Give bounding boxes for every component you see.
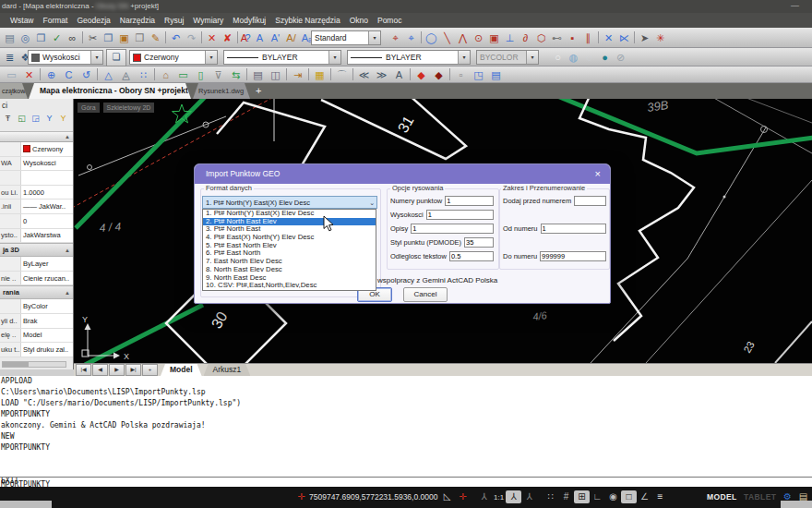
command-line-panel[interactable]: APPLOADC:\Users\mario\Documents\LISP\Imp… — [0, 376, 812, 487]
viewport-icon[interactable]: ▫ — [452, 67, 470, 82]
block-icon[interactable]: ◫ — [267, 67, 284, 82]
tab-arkusz1[interactable]: Arkusz1 — [204, 364, 251, 376]
field-input[interactable] — [574, 196, 606, 206]
copy-icon[interactable]: ❐ — [101, 30, 116, 45]
menu-modyfikuj[interactable]: Modyfikuj — [228, 13, 270, 28]
tab-mapa-elektroniczna[interactable]: Mapa elektroniczna - Obory SN +projekt × — [29, 83, 191, 99]
snap-nearest-icon[interactable]: ╲ — [439, 30, 455, 45]
undo-icon[interactable]: ↶ — [168, 30, 184, 45]
swap-icon[interactable]: ⇆ — [227, 67, 245, 82]
text-style-combo[interactable]: Standard ▾ — [311, 30, 381, 45]
snap-settings-icon[interactable]: ⋉ — [616, 30, 632, 45]
trim-icon[interactable]: ⊽ — [209, 67, 227, 82]
minimize-button[interactable]: — — [791, 0, 799, 11]
field-input[interactable] — [541, 224, 606, 234]
property-value[interactable]: Model — [21, 329, 73, 343]
property-row[interactable]: ysto..JakWarstwa — [0, 229, 73, 244]
property-value[interactable]: Wysokosci — [21, 157, 73, 171]
snap-quadrant-icon[interactable]: ⬡ — [533, 30, 549, 45]
layer-properties-icon[interactable]: ≣ — [2, 50, 18, 65]
print-icon[interactable]: ▤ — [249, 67, 267, 82]
select-icon[interactable]: ▭ — [3, 67, 20, 82]
lineweight-toggle-icon[interactable]: ≡ — [652, 490, 668, 503]
new-tab-button[interactable]: + — [256, 83, 261, 99]
property-row[interactable]: ByColor — [0, 299, 73, 314]
ortho-toggle-icon[interactable]: ∟ — [590, 490, 605, 503]
field-input[interactable] — [445, 196, 494, 206]
palette-section[interactable]: ja 3D▲ — [0, 243, 73, 257]
chevron-down-icon[interactable]: ▾ — [458, 51, 470, 64]
snap-center-icon[interactable]: ◯ — [424, 30, 439, 45]
property-row[interactable]: nie ..Cienie rzucan.. — [0, 272, 73, 286]
palette-section[interactable]: rania▲ — [0, 285, 73, 299]
property-row[interactable] — [0, 171, 73, 186]
snap-toggle-icon[interactable]: ⊞ — [574, 490, 590, 503]
format-option[interactable]: 4. Pt# East(X) North(Y) Elev Desc — [203, 234, 376, 242]
text-style-icon[interactable]: A — [236, 30, 252, 45]
menu-okno[interactable]: Okno — [345, 13, 373, 28]
property-value[interactable]: ByLayer — [21, 257, 73, 271]
property-value[interactable]: ByColor — [21, 299, 73, 313]
printstyle-combo[interactable]: BYCOLOR ▾ — [476, 50, 539, 65]
grid-dots-icon[interactable]: ∷ — [543, 490, 558, 503]
snap-tangent-icon[interactable]: ∂ — [518, 30, 533, 45]
field-input[interactable] — [449, 251, 494, 261]
measure-icon[interactable]: ◆ — [412, 67, 430, 82]
annotation-scale-value[interactable]: 1:1 — [492, 493, 506, 502]
snap-insert-icon[interactable]: ▣ — [486, 30, 502, 45]
field-input[interactable] — [411, 224, 494, 234]
snap-extension-icon[interactable]: ⊷ — [549, 30, 565, 45]
menu-rysuj[interactable]: Rysuj — [160, 13, 188, 28]
spell-check-icon[interactable]: ✓ — [49, 30, 65, 45]
snap-clear-icon[interactable]: ✳ — [652, 30, 668, 45]
snap-perpendicular-icon[interactable]: ⊥ — [502, 30, 518, 45]
shade-conceptual-icon[interactable]: ⊘ — [613, 50, 628, 65]
shade-3d-wireframe-icon[interactable]: ◍ — [566, 50, 581, 65]
property-row[interactable]: elę ..Model — [0, 329, 73, 344]
move-icon[interactable]: ⊕ — [42, 67, 60, 82]
grid-toggle-icon[interactable]: # — [558, 490, 574, 503]
layer-manager-button[interactable]: ❏ — [106, 49, 126, 67]
extend-icon[interactable]: ⇥ — [289, 67, 306, 82]
shade-realistic-icon[interactable]: ● — [597, 50, 613, 65]
paste-icon[interactable]: ▣ — [116, 30, 132, 45]
text-icon[interactable]: A — [390, 67, 408, 82]
format-option[interactable]: 8. North East Elev Desc — [203, 266, 376, 274]
home-icon[interactable]: ⌂ — [157, 67, 174, 82]
chevron-down-icon[interactable]: ⌄ — [369, 197, 375, 209]
layout-nav-button-3[interactable]: ▶| — [125, 364, 141, 376]
select-objects-icon[interactable]: ◱ — [16, 113, 28, 124]
chevron-down-icon[interactable]: ▾ — [90, 51, 102, 64]
erase-object-icon[interactable]: ✕ — [20, 67, 38, 82]
layout-nav-button-2[interactable]: ▶ — [109, 364, 125, 376]
format-option[interactable]: 10. CSV: Pt#,East,North,Elev,Desc — [203, 282, 376, 290]
coordinates-readout[interactable]: 7509747.6909,5772231.5936,0.0000 — [309, 492, 437, 502]
filter-yellow-icon[interactable]: Y — [57, 113, 69, 124]
field-input[interactable] — [426, 210, 494, 220]
property-row[interactable]: 0 — [0, 214, 73, 229]
mirror-icon[interactable]: △ — [100, 67, 117, 82]
close-tab-icon[interactable]: × — [188, 83, 191, 99]
format-option[interactable]: 7. East North Elev Desc — [203, 258, 376, 266]
arc-icon[interactable]: C — [60, 67, 78, 82]
menu-narzędzia[interactable]: Narzędzia — [115, 13, 160, 28]
mtext-icon[interactable]: A' — [268, 30, 283, 45]
layout-nav-button-0[interactable]: |◀ — [76, 364, 91, 376]
array-icon[interactable]: ∷ — [135, 67, 152, 82]
palette-hscrollbar[interactable] — [2, 361, 66, 368]
toggle-pickadd-icon[interactable]: ◲ — [30, 113, 42, 124]
erase-icon[interactable]: ✘ — [220, 30, 235, 45]
menu-geodezja[interactable]: Geodezja — [72, 13, 114, 28]
cancel-button[interactable]: Cancel — [403, 287, 448, 302]
format-option[interactable]: 2. Pt# North East Elev — [203, 218, 376, 226]
field-input[interactable] — [540, 251, 606, 261]
annotation-scale-icon[interactable]: ⅄ — [476, 490, 492, 503]
hatch-icon[interactable]: ▦ — [311, 67, 328, 82]
new-document-icon[interactable]: ▤ — [2, 30, 18, 45]
tablet-button[interactable]: TABLET — [744, 492, 776, 502]
viewport-visual-style-control[interactable]: Szkieletowy 2D — [103, 103, 155, 113]
tab-start-page[interactable]: czątkowa — [0, 83, 28, 99]
fillet-icon[interactable]: ⌒ — [333, 67, 351, 82]
single-text-icon[interactable]: A — [252, 30, 268, 45]
linetype-combo[interactable]: BYLAYER ▾ — [223, 50, 341, 65]
